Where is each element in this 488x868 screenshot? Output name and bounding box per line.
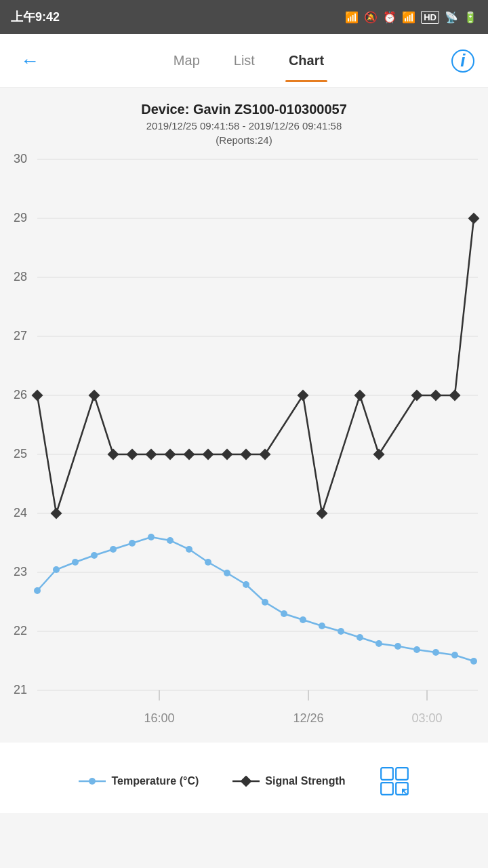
svg-rect-60	[241, 449, 252, 460]
legend: Temperature (°C) Signal Strength	[14, 760, 474, 803]
svg-rect-67	[430, 390, 442, 401]
signal-diamonds	[32, 213, 480, 519]
status-bar: 上午9:42 📶 🔕 ⏰ 📶 HD 📡 🔋	[0, 0, 488, 34]
svg-point-48	[451, 652, 458, 658]
svg-point-45	[394, 643, 401, 650]
svg-text:23: 23	[14, 565, 27, 578]
chart-area: 30 29 28 27 26 25 24	[0, 153, 488, 743]
svg-point-38	[262, 599, 268, 606]
nav-tabs: Map List Chart	[170, 46, 327, 75]
svg-point-47	[432, 649, 439, 656]
bluetooth-icon: 📶	[345, 11, 359, 24]
tab-map[interactable]: Map	[170, 46, 203, 75]
svg-rect-73	[241, 776, 252, 787]
svg-rect-65	[373, 449, 385, 460]
svg-point-26	[34, 587, 41, 594]
svg-text:27: 27	[14, 329, 27, 342]
signal-label: Signal Strength	[265, 775, 345, 787]
signal-legend-icon	[232, 776, 260, 787]
svg-point-29	[91, 552, 98, 559]
nav-bar: ← Map List Chart i	[0, 34, 488, 88]
chart-header: Device: Gavin ZS100-010300057 2019/12/25…	[0, 102, 488, 146]
svg-rect-50	[32, 390, 43, 401]
svg-rect-53	[108, 449, 119, 460]
legend-temperature: Temperature (°C)	[79, 775, 199, 787]
svg-point-30	[110, 546, 117, 553]
mute-icon: 🔕	[364, 11, 378, 24]
signal-icon: 📶	[402, 11, 415, 24]
hd-icon: HD	[421, 11, 439, 24]
wifi-icon: 📡	[445, 11, 458, 24]
svg-marker-78	[402, 789, 408, 795]
svg-rect-59	[222, 449, 233, 460]
signal-line	[37, 218, 474, 513]
alarm-icon: ⏰	[383, 11, 396, 24]
svg-point-36	[224, 570, 230, 576]
svg-text:03:00: 03:00	[411, 711, 442, 725]
svg-rect-75	[396, 768, 408, 780]
svg-rect-63	[317, 508, 328, 519]
svg-text:29: 29	[14, 211, 27, 224]
svg-point-42	[338, 628, 344, 635]
temperature-line	[37, 537, 474, 661]
svg-point-28	[72, 559, 79, 566]
svg-text:21: 21	[14, 683, 27, 696]
tab-chart[interactable]: Chart	[285, 46, 327, 75]
svg-rect-54	[127, 449, 138, 460]
svg-text:16:00: 16:00	[144, 711, 174, 725]
svg-point-40	[300, 616, 306, 623]
svg-point-32	[148, 534, 155, 540]
chart-reports: (Reports:24)	[0, 134, 488, 146]
svg-text:30: 30	[14, 153, 27, 165]
svg-point-49	[470, 658, 477, 665]
svg-text:26: 26	[14, 388, 27, 401]
svg-rect-51	[51, 508, 62, 519]
svg-text:22: 22	[14, 624, 27, 637]
legend-signal: Signal Strength	[232, 775, 345, 787]
svg-text:28: 28	[14, 270, 27, 283]
svg-point-37	[243, 581, 249, 588]
chart-title: Device: Gavin ZS100-010300057	[0, 102, 488, 117]
svg-point-33	[167, 537, 174, 544]
svg-rect-52	[89, 390, 100, 401]
chart-subtitle: 2019/12/25 09:41:58 - 2019/12/26 09:41:5…	[0, 120, 488, 132]
svg-rect-69	[468, 213, 480, 224]
chart-svg: 30 29 28 27 26 25 24	[0, 153, 488, 743]
svg-point-39	[281, 610, 287, 617]
svg-point-46	[413, 646, 420, 653]
svg-rect-76	[381, 783, 393, 795]
svg-point-35	[205, 559, 211, 566]
svg-rect-56	[165, 449, 176, 460]
grid-view-button[interactable]	[380, 766, 409, 796]
svg-rect-64	[354, 390, 366, 401]
status-icons: 📶 🔕 ⏰ 📶 HD 📡 🔋	[345, 11, 477, 24]
svg-point-71	[89, 778, 96, 785]
svg-point-43	[357, 634, 363, 641]
temperature-legend-icon	[79, 776, 106, 787]
svg-rect-58	[203, 449, 214, 460]
svg-point-31	[129, 540, 136, 547]
back-button[interactable]: ←	[14, 43, 46, 79]
svg-text:24: 24	[14, 506, 27, 519]
temperature-label: Temperature (°C)	[111, 775, 199, 787]
svg-rect-55	[146, 449, 157, 460]
svg-rect-62	[298, 390, 309, 401]
svg-point-41	[319, 623, 325, 629]
battery-icon: 🔋	[464, 11, 477, 24]
svg-rect-66	[411, 390, 423, 401]
info-button[interactable]: i	[451, 50, 474, 73]
svg-point-44	[375, 640, 382, 647]
tab-list[interactable]: List	[230, 46, 258, 75]
svg-text:12/26: 12/26	[293, 711, 323, 725]
chart-container: Device: Gavin ZS100-010300057 2019/12/25…	[0, 88, 488, 868]
svg-rect-74	[381, 768, 393, 780]
svg-point-27	[53, 566, 60, 573]
svg-rect-61	[260, 449, 271, 460]
svg-rect-57	[184, 449, 195, 460]
status-time: 上午9:42	[11, 9, 60, 25]
legend-wrapper: Temperature (°C) Signal Strength	[0, 743, 488, 813]
svg-point-34	[186, 546, 192, 553]
grid-icon-svg	[380, 766, 409, 796]
svg-text:25: 25	[14, 447, 27, 460]
svg-rect-68	[449, 390, 461, 401]
